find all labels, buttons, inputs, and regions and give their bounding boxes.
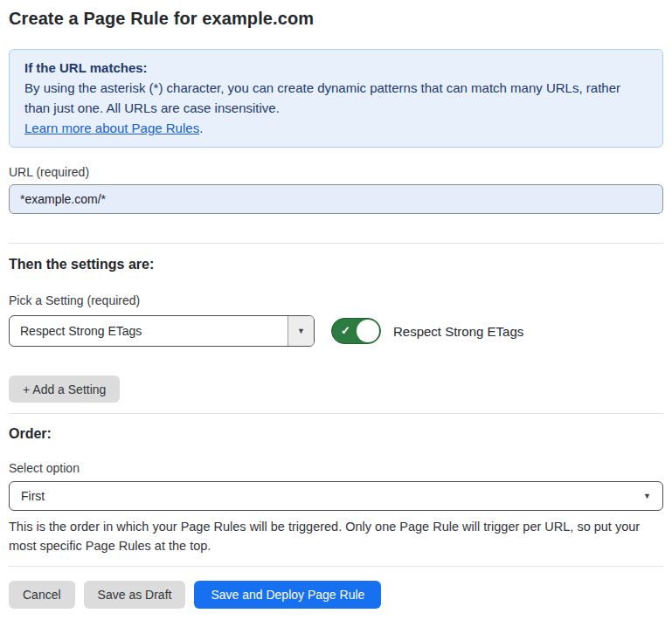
create-page-rule-form: Create a Page Rule for example.com If th… [0, 0, 672, 609]
save-and-deploy-button[interactable]: Save and Deploy Page Rule [194, 581, 381, 609]
link-suffix: . [199, 121, 203, 135]
check-icon: ✓ [341, 324, 350, 337]
setting-select-value: Respect Strong ETags [10, 316, 288, 346]
order-select-label: Select option [9, 461, 663, 475]
info-box-link-line: Learn more about Page Rules. [24, 118, 648, 138]
cancel-button[interactable]: Cancel [9, 581, 75, 609]
url-field-label: URL (required) [9, 165, 663, 179]
save-as-draft-button[interactable]: Save as Draft [84, 581, 186, 609]
order-help-text: This is the order in which your Page Rul… [9, 517, 663, 555]
form-actions: Cancel Save as Draft Save and Deploy Pag… [9, 581, 663, 609]
setting-select[interactable]: Respect Strong ETags ▼ [9, 315, 315, 347]
divider-url-settings [9, 243, 663, 244]
etags-toggle-label: Respect Strong ETags [393, 324, 523, 339]
page-title: Create a Page Rule for example.com [9, 9, 663, 29]
order-heading: Order: [9, 426, 663, 442]
divider-settings-order [9, 413, 663, 414]
etags-toggle[interactable]: ✓ [331, 318, 381, 344]
url-matches-info-box: If the URL matches: By using the asteris… [9, 49, 663, 148]
divider-actions [9, 566, 663, 567]
setting-select-arrow-button[interactable]: ▼ [288, 316, 314, 346]
add-setting-button[interactable]: + Add a Setting [9, 376, 120, 403]
setting-row: Respect Strong ETags ▼ ✓ Respect Strong … [9, 315, 663, 347]
settings-heading: Then the settings are: [9, 257, 663, 272]
chevron-down-icon: ▼ [297, 327, 305, 335]
chevron-down-icon: ▼ [643, 493, 651, 500]
url-input[interactable] [9, 184, 663, 214]
order-select[interactable]: First ▼ [9, 481, 663, 511]
info-box-title: If the URL matches: [24, 58, 648, 78]
order-select-value: First [21, 489, 45, 503]
toggle-knob [357, 320, 379, 342]
info-box-body: By using the asterisk (*) character, you… [24, 78, 641, 118]
pick-setting-label: Pick a Setting (required) [9, 293, 663, 307]
learn-more-link[interactable]: Learn more about Page Rules [24, 121, 199, 135]
